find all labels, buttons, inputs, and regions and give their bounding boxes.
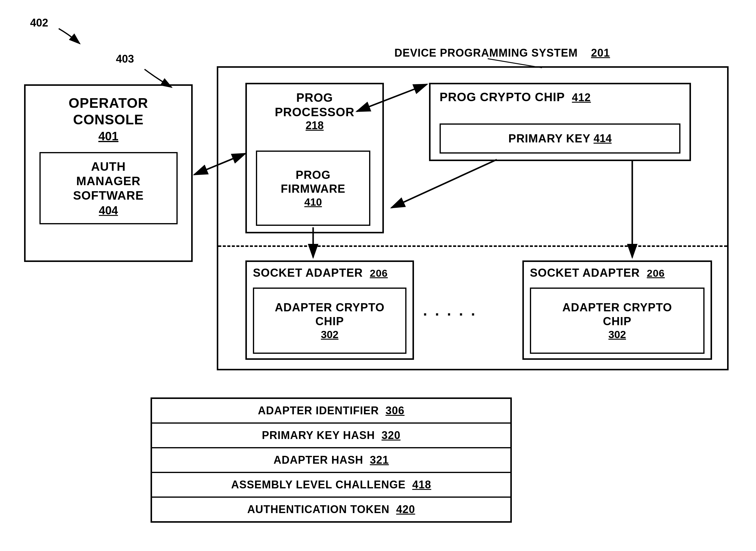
diagram-container: 402 403 DEVICE PROGRAMMING SYSTEM 201 OP… — [0, 0, 756, 551]
prog-firmware-box: PROGFIRMWARE 410 — [256, 150, 370, 226]
table-row-adapter-hash: ADAPTER HASH 321 — [152, 448, 510, 473]
socket-adapter-right-box: SOCKET ADAPTER 206 ADAPTER CRYPTOCHIP 30… — [522, 260, 712, 360]
dashed-divider — [218, 245, 727, 247]
dps-label: DEVICE PROGRAMMING SYSTEM 201 — [395, 47, 610, 59]
operator-console-num: 401 — [98, 129, 119, 143]
table-row-adapter-id: ADAPTER IDENTIFIER 306 — [152, 399, 510, 424]
socket-adapter-left-box: SOCKET ADAPTER 206 ADAPTER CRYPTOCHIP 30… — [245, 260, 414, 360]
prog-firmware-num: 410 — [304, 196, 322, 208]
table-row-auth-token: AUTHENTICATION TOKEN 420 — [152, 498, 510, 521]
prog-crypto-chip-box: PROG CRYPTO CHIP 412 PRIMARY KEY 414 — [429, 83, 691, 161]
label-402: 402 — [30, 17, 48, 29]
prog-processor-title: PROGPROCESSOR — [247, 84, 383, 119]
prog-processor-num: 218 — [247, 119, 383, 132]
label-403: 403 — [116, 53, 134, 65]
socket-adapter-left-title: SOCKET ADAPTER 206 — [247, 262, 413, 281]
adapter-crypto-right-num: 302 — [609, 329, 626, 341]
prog-firmware-title: PROGFIRMWARE — [281, 168, 345, 196]
adapter-crypto-right-title: ADAPTER CRYPTOCHIP — [562, 301, 672, 328]
auth-manager-box: AUTHMANAGERSOFTWARE 404 — [39, 152, 178, 224]
operator-console-title: OPERATOR CONSOLE — [32, 95, 185, 128]
prog-processor-box: PROGPROCESSOR 218 PROGFIRMWARE 410 — [245, 83, 384, 233]
adapter-crypto-right-box: ADAPTER CRYPTOCHIP 302 — [530, 288, 705, 354]
bottom-table: ADAPTER IDENTIFIER 306 PRIMARY KEY HASH … — [150, 398, 512, 523]
auth-manager-num: 404 — [47, 204, 170, 217]
ellipsis-dots: · · · · · — [423, 306, 477, 323]
adapter-crypto-left-num: 302 — [321, 329, 338, 341]
table-row-primary-key-hash: PRIMARY KEY HASH 320 — [152, 424, 510, 448]
prog-crypto-title: PROG CRYPTO CHIP 412 — [431, 84, 689, 105]
operator-console-box: OPERATOR CONSOLE 401 AUTHMANAGERSOFTWARE… — [24, 84, 193, 262]
primary-key-box: PRIMARY KEY 414 — [440, 123, 680, 153]
table-row-assembly-challenge: ASSEMBLY LEVEL CHALLENGE 418 — [152, 473, 510, 498]
adapter-crypto-left-box: ADAPTER CRYPTOCHIP 302 — [253, 288, 407, 354]
socket-adapter-right-title: SOCKET ADAPTER 206 — [524, 262, 711, 281]
adapter-crypto-left-title: ADAPTER CRYPTOCHIP — [275, 301, 385, 328]
auth-manager-title: AUTHMANAGERSOFTWARE — [47, 159, 170, 203]
dps-outer-box: PROGPROCESSOR 218 PROGFIRMWARE 410 PROG … — [217, 66, 729, 370]
